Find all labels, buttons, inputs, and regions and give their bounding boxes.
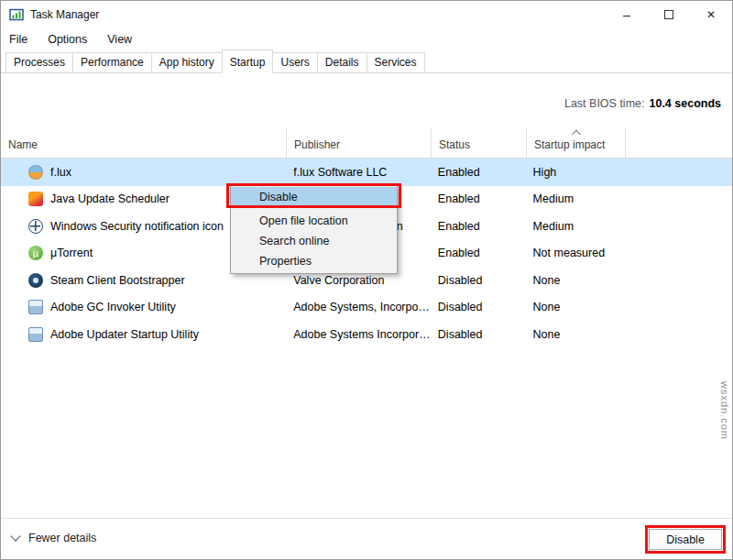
column-header-status[interactable]: Status (432, 127, 527, 158)
title-bar: Task Manager (1, 1, 732, 28)
name-cell: Adobe GC Invoker Utility (1, 294, 286, 322)
table-header: NamePublisherStatusStartup impact (1, 127, 732, 159)
impact-cell: None (526, 267, 732, 294)
table-row-adobe-updater-startup-utility[interactable]: Adobe Updater Startup UtilityAdobe Syste… (1, 321, 732, 348)
table-row-adobe-gc-invoker-utility[interactable]: Adobe GC Invoker UtilityAdobe Systems, I… (1, 294, 732, 322)
steam-icon (28, 273, 43, 288)
status-cell: Disabled (431, 321, 526, 348)
name-cell: f.lux (1, 159, 286, 186)
last-bios-time: Last BIOS time:10.4 seconds (564, 97, 721, 110)
disable-button[interactable]: Disable (649, 529, 722, 550)
status-cell: Enabled (431, 159, 526, 186)
impact-cell: None (526, 294, 732, 322)
tab-startup[interactable]: Startup (222, 49, 274, 73)
footer-bar: Fewer details Disable (1, 518, 732, 559)
column-header-label: Name (8, 138, 38, 151)
chevron-down-icon (10, 531, 20, 541)
status-cell: Disabled (431, 267, 526, 294)
status-cell: Enabled (431, 240, 526, 268)
tab-app-history[interactable]: App history (151, 52, 223, 73)
status-cell: Enabled (431, 213, 526, 240)
fewer-details-button[interactable]: Fewer details (12, 532, 96, 544)
task-manager-window: Task Manager FileOptionsView ProcessesPe… (0, 0, 733, 560)
watermark: wsxdn.com (719, 381, 730, 440)
menu-bar: FileOptionsView (1, 28, 732, 50)
context-menu-item-open-file-location[interactable]: Open file location (231, 211, 397, 231)
publisher-cell: f.lux Software LLC (286, 159, 431, 186)
row-name-label: Adobe Updater Startup Utility (50, 328, 199, 341)
name-cell: Adobe Updater Startup Utility (1, 321, 286, 348)
publisher-cell: Adobe Systems, Incorpo… (286, 294, 431, 322)
menu-item-view[interactable]: View (107, 33, 132, 46)
windows-security-icon (28, 219, 43, 234)
column-header-label: Startup impact (534, 138, 605, 151)
impact-cell: High (526, 159, 732, 186)
impact-cell: Medium (526, 186, 732, 214)
maximize-icon (664, 10, 673, 19)
utorrent-icon (28, 246, 43, 260)
tab-processes[interactable]: Processes (5, 52, 73, 73)
column-header-name[interactable]: Name (1, 127, 287, 158)
maximize-button[interactable] (648, 1, 690, 28)
context-menu-item-properties[interactable]: Properties (231, 251, 397, 271)
impact-cell: None (526, 321, 732, 348)
impact-cell: Not measured (526, 240, 732, 268)
close-button[interactable] (690, 1, 732, 28)
tab-performance[interactable]: Performance (72, 52, 152, 73)
annotation-box-disable-button: Disable (645, 525, 726, 554)
row-name-label: Steam Client Bootstrapper (50, 274, 185, 287)
impact-cell: Medium (526, 213, 732, 240)
flux-icon (28, 165, 43, 180)
sort-chevron-icon (572, 130, 581, 139)
table-row-f-lux[interactable]: f.luxf.lux Software LLCEnabledHigh (1, 159, 732, 186)
row-name-label: Windows Security notification icon (50, 220, 224, 233)
context-menu-item-search-online[interactable]: Search online (231, 231, 397, 251)
column-header-filler (626, 127, 732, 158)
annotation-box-disable-menu-item (226, 183, 401, 208)
column-header-label: Status (439, 138, 470, 151)
window-title: Task Manager (30, 8, 99, 21)
row-name-label: f.lux (50, 166, 71, 179)
task-manager-icon (9, 7, 24, 22)
column-header-publisher[interactable]: Publisher (287, 127, 432, 158)
tab-users[interactable]: Users (272, 52, 317, 73)
row-name-label: Adobe GC Invoker Utility (50, 301, 176, 313)
publisher-cell: Adobe Systems Incorpor… (286, 321, 431, 348)
menu-item-options[interactable]: Options (48, 33, 87, 46)
bios-label: Last BIOS time: (564, 97, 645, 110)
menu-item-file[interactable]: File (9, 33, 27, 46)
bios-value: 10.4 seconds (649, 97, 721, 110)
column-header-label: Publisher (294, 138, 340, 151)
adobe-icon (28, 327, 43, 342)
tab-bar: ProcessesPerformanceApp historyStartupUs… (1, 50, 732, 73)
tab-services[interactable]: Services (366, 52, 425, 73)
adobe-icon (28, 300, 43, 314)
status-cell: Enabled (431, 186, 526, 214)
column-header-startup-impact[interactable]: Startup impact (527, 127, 626, 158)
row-name-label: Java Update Scheduler (50, 192, 170, 205)
minimize-button[interactable] (606, 1, 648, 28)
tab-details[interactable]: Details (317, 52, 367, 73)
java-icon (28, 192, 43, 206)
status-cell: Disabled (431, 294, 526, 322)
row-name-label: μTorrent (50, 247, 93, 259)
content-area: Last BIOS time:10.4 seconds NamePublishe… (1, 73, 732, 518)
window-controls (606, 1, 732, 28)
fewer-details-label: Fewer details (28, 532, 96, 544)
